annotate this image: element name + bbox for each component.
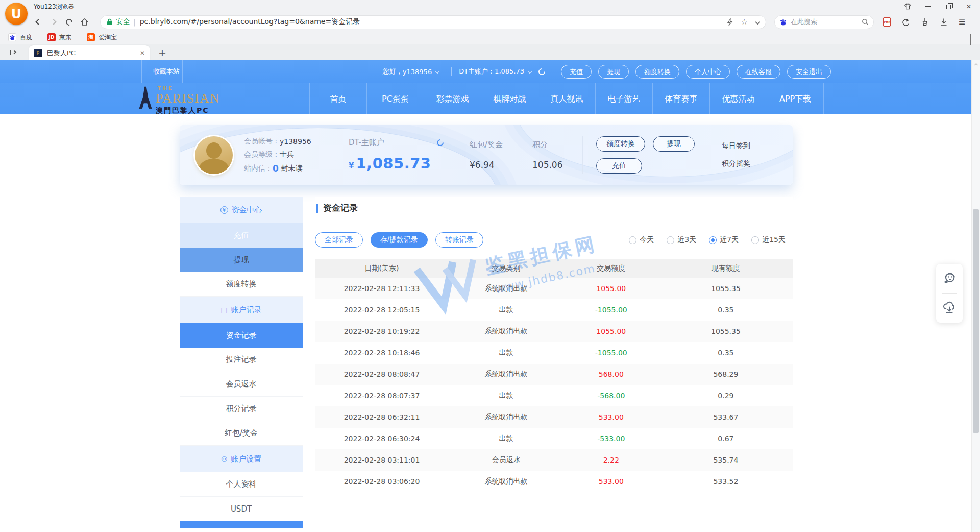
nav-item[interactable]: 优惠活动 [709, 83, 767, 115]
sidebar-item[interactable]: USDT [180, 497, 303, 521]
nav-item[interactable]: 体育赛事 [652, 83, 709, 115]
topbar-pill-button[interactable]: 额度转换 [635, 65, 679, 79]
sidebar-item[interactable]: 积分记录 [180, 397, 303, 421]
table-row[interactable]: 2022-02-28 10:18:46 出款 -1055.00 0.35 [315, 342, 793, 364]
radio-dot[interactable] [751, 236, 759, 244]
date-range-radio[interactable]: 近15天 [751, 235, 786, 245]
table-row[interactable]: 2022-02-28 08:07:37 出款 -568.00 0.29 [315, 385, 793, 406]
user-dropdown-icon[interactable] [435, 69, 439, 74]
radio-dot[interactable] [667, 236, 674, 244]
record-filter-button[interactable]: 全部记录 [315, 232, 363, 248]
bookmark-baidu[interactable]: 百度 [8, 33, 32, 42]
scrollbar-up-icon[interactable] [972, 60, 980, 68]
bookmarks-collapse-icon[interactable] [970, 34, 971, 44]
topbar-pill-button[interactable]: 个人中心 [686, 65, 730, 79]
bookmark-star-icon[interactable]: ☆ [741, 17, 748, 27]
nav-item[interactable]: 棋牌对战 [481, 83, 538, 115]
skin-icon[interactable] [903, 3, 912, 11]
cleaner-icon[interactable] [921, 18, 929, 26]
mail-count[interactable]: 0 [273, 163, 279, 174]
sidebar-item[interactable]: 额度转换 [180, 272, 303, 297]
nav-item[interactable]: 首页 [309, 83, 366, 115]
topbar-pill-button[interactable]: 安全退出 [787, 65, 831, 79]
date-range-radio[interactable]: 今天 [629, 235, 654, 245]
radio-dot[interactable] [709, 236, 717, 244]
account-dropdown-icon[interactable] [528, 69, 532, 74]
new-tab-button[interactable]: + [158, 47, 166, 58]
date-range-radio[interactable]: 近7天 [709, 235, 739, 245]
close-icon[interactable]: ✕ [965, 3, 973, 11]
sidebar-item[interactable]: 红包/奖金 [180, 421, 303, 446]
account-label: 会员帐号： [244, 137, 280, 146]
undo-icon[interactable] [901, 18, 910, 26]
tab-parisian[interactable]: P 巴黎人PC ✕ [29, 45, 150, 60]
customer-service-icon[interactable] [942, 272, 957, 286]
bookmark-taobao[interactable]: 淘 爱淘宝 [87, 33, 117, 42]
cloud-download-icon[interactable] [942, 301, 957, 315]
download-icon[interactable] [940, 18, 948, 26]
sidebar-item[interactable]: 会员返水 [180, 372, 303, 397]
panel-title: 资金记录 [315, 197, 793, 220]
forward-icon[interactable] [47, 15, 60, 29]
search-icon[interactable] [862, 18, 869, 26]
table-row[interactable]: 2022-02-28 10:19:22 系统取消出款 1055.00 1055.… [315, 321, 793, 342]
table-row[interactable]: 2022-02-28 06:30:24 出款 -533.00 0.67 [315, 428, 793, 449]
table-row[interactable]: 2022-02-28 06:32:11 系统取消出款 533.00 533.67 [315, 406, 793, 428]
reload-icon[interactable] [62, 15, 76, 29]
sidebar-item-partial[interactable] [180, 521, 303, 528]
sidebar-item[interactable]: 账户记录 [180, 297, 303, 323]
date-range-radio[interactable]: 近3天 [667, 235, 696, 245]
maximize-icon[interactable] [944, 3, 952, 11]
sidebar-item[interactable]: 账户设置 [180, 446, 303, 472]
table-row[interactable]: 2022-02-28 12:11:33 系统取消出款 1055.00 1055.… [315, 278, 793, 299]
tab-close-icon[interactable]: ✕ [140, 50, 145, 57]
wallet-refresh-icon[interactable] [435, 138, 445, 147]
nav-item[interactable]: 彩票游戏 [424, 83, 481, 115]
record-filter-button[interactable]: 存/提款记录 [371, 232, 428, 248]
sidebar-item[interactable]: 资金记录 [180, 323, 303, 348]
sidebar-toggle-icon[interactable] [6, 45, 19, 59]
address-bar[interactable]: 安全 | pc.blryl6.com/#/personal/accountLog… [100, 15, 766, 29]
table-row[interactable]: 2022-02-28 12:05:15 出款 -1055.00 0.35 [315, 299, 793, 321]
table-row[interactable]: 2022-02-28 03:11:01 会员返水 2.22 535.74 [315, 449, 793, 471]
avatar[interactable] [195, 136, 233, 174]
nav-item[interactable]: PC蛋蛋 [366, 83, 424, 115]
favorite-site-link[interactable]: 收藏本站 [153, 60, 180, 83]
pdf-icon[interactable]: PDF [883, 17, 891, 27]
topbar-pill-button[interactable]: 提现 [598, 65, 629, 79]
sidebar-item[interactable]: 资金中心 [180, 197, 303, 223]
home-icon[interactable] [78, 15, 91, 29]
page-scrollbar[interactable] [971, 60, 980, 532]
username[interactable]: y138956 [403, 68, 432, 76]
browser-logo[interactable]: U [5, 3, 28, 25]
minimize-icon[interactable] [924, 3, 932, 11]
menu-icon[interactable]: ☰ [959, 17, 965, 27]
nav-item[interactable]: APP下载 [767, 83, 824, 115]
topbar-pill-button[interactable]: 在线客服 [737, 65, 780, 79]
address-dropdown-icon[interactable] [755, 19, 761, 25]
scrollbar-thumb[interactable] [973, 209, 979, 433]
record-filter-button[interactable]: 转账记录 [435, 232, 483, 248]
sidebar-item[interactable]: 投注记录 [180, 348, 303, 372]
search-box[interactable]: 在此搜索 [774, 15, 874, 29]
nav-item[interactable]: 真人视讯 [538, 83, 595, 115]
topbar-pill-button[interactable]: 充值 [561, 65, 592, 79]
points-lottery-link[interactable]: 积分摇奖 [722, 159, 750, 168]
lightning-icon[interactable] [727, 18, 733, 26]
nav-item[interactable]: 电子游艺 [595, 83, 652, 115]
deposit-button[interactable]: 充值 [596, 158, 642, 174]
back-icon[interactable] [32, 15, 45, 29]
radio-label: 近15天 [762, 235, 786, 245]
site-logo[interactable]: THE PARISIAN 澳門巴黎人PC [137, 86, 220, 114]
bookmark-jd[interactable]: JD 京东 [47, 33, 71, 42]
refresh-balance-icon[interactable] [537, 67, 546, 76]
sidebar-item[interactable]: 充值 [180, 223, 303, 248]
table-row[interactable]: 2022-02-28 03:06:20 系统取消出款 533.00 533.52 [315, 471, 793, 492]
daily-signin-link[interactable]: 每日签到 [722, 141, 750, 151]
table-row[interactable]: 2022-02-28 08:08:47 系统取消出款 568.00 568.29 [315, 364, 793, 385]
transfer-button[interactable]: 额度转换 [596, 136, 645, 152]
sidebar-item[interactable]: 个人资料 [180, 472, 303, 497]
withdraw-button[interactable]: 提现 [653, 136, 695, 152]
radio-dot[interactable] [629, 236, 636, 244]
sidebar-item[interactable]: 提现 [180, 248, 303, 272]
